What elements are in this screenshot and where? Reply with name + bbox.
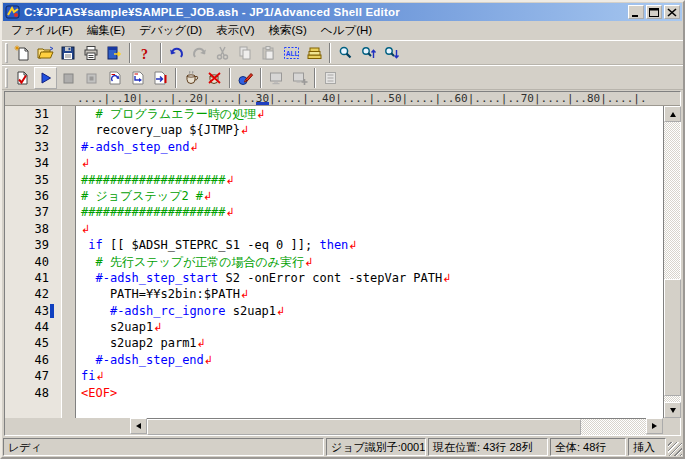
code-line-45[interactable]: 45 s2uap2 parm1↲ [5,335,663,351]
maximize-button[interactable] [646,5,662,19]
toolbar-separator [329,43,331,63]
hscroll-spacer [5,418,130,435]
toolbar-separator [175,68,177,88]
open-file-icon [37,45,54,61]
scroll-down-button[interactable] [664,402,681,418]
code-line-36[interactable]: 36# ジョブステップ2 #↲ [5,188,663,204]
close-button[interactable] [664,5,680,19]
menu-item-0[interactable]: ファイル(F) [4,21,80,41]
code-editor[interactable]: 31 # プログラムエラー時の処理↲32 recovery_uap ${JTMP… [5,106,663,418]
code-line-38[interactable]: 38↲ [5,221,663,237]
rerun-button[interactable] [103,67,126,89]
line-number[interactable]: 33 [5,139,49,155]
toolbar-grip[interactable] [5,43,8,63]
menu-item-4[interactable]: 検索(S) [262,21,314,41]
new-file-button[interactable] [11,42,34,64]
vertical-scrollbar[interactable] [663,106,680,418]
scrollbar-corner [663,418,680,435]
vertical-scroll-track[interactable] [664,122,680,402]
line-number[interactable]: 48 [5,385,49,401]
undo-button[interactable] [165,42,188,64]
menu-item-1[interactable]: 編集(E) [80,21,132,41]
minimize-icon [631,8,641,17]
line-number[interactable]: 37 [5,204,49,220]
code-line-41[interactable]: 41 #-adsh_step_start S2 -onError cont -s… [5,270,663,286]
find-button[interactable] [334,42,357,64]
run-to-cursor-button[interactable] [149,67,172,89]
reference-books-icon [306,45,323,61]
toolbar-grip[interactable] [5,68,8,88]
code-text-keyword: #-adsh_rc_ignore [110,304,226,318]
code-line-43[interactable]: 43 #-adsh_rc_ignore s2uap1↲ [5,303,663,319]
scroll-left-button[interactable] [130,418,147,434]
run-debug-button[interactable] [34,67,57,89]
help-button[interactable]: ? [134,42,157,64]
code-line-34[interactable]: 34↲ [5,155,663,171]
step-run-button[interactable] [126,67,149,89]
code-text-keyword: if [88,238,102,252]
line-number[interactable]: 31 [5,106,49,122]
code-line-31[interactable]: 31 # プログラムエラー時の処理↲ [5,106,663,122]
find-previous-button[interactable] [357,42,380,64]
line-number[interactable]: 45 [5,335,49,351]
code-line-46[interactable]: 46 #-adsh_step_end↲ [5,352,663,368]
line-number[interactable]: 38 [5,221,49,237]
menu-item-2[interactable]: デバッグ(D) [132,21,209,41]
scroll-right-button[interactable] [646,418,663,434]
breakpoint-edit-button[interactable] [234,67,257,89]
code-text-keyword: #-adsh_step_start [95,271,218,285]
line-return-mark: ↲ [442,272,451,285]
toolbar-separator [314,68,316,88]
line-number[interactable]: 36 [5,188,49,204]
horizontal-scrollbar[interactable] [5,418,680,435]
redo-button [188,42,211,64]
horizontal-scroll-thumb[interactable] [147,419,581,435]
find-next-button[interactable] [380,42,403,64]
save-file-button[interactable] [57,42,80,64]
line-return-mark: ↲ [81,157,90,170]
paste-button [257,42,280,64]
run-to-cursor-icon [152,70,169,86]
line-number[interactable]: 34 [5,155,49,171]
line-number[interactable]: 32 [5,122,49,138]
reference-books-button[interactable] [303,42,326,64]
syntax-check-button[interactable] [11,67,34,89]
code-line-33[interactable]: 33#-adsh_step_end↲ [5,139,663,155]
line-number[interactable]: 47 [5,368,49,384]
code-line-40[interactable]: 40 # 先行ステップが正常の場合のみ実行↲ [5,254,663,270]
line-number[interactable]: 35 [5,172,49,188]
scroll-right-icon [652,423,657,429]
print-button[interactable] [80,42,103,64]
line-number[interactable]: 44 [5,319,49,335]
open-file-button[interactable] [34,42,57,64]
coverage-button [319,67,342,89]
code-line-47[interactable]: 47fi↲ [5,368,663,384]
select-all-button[interactable]: ALL [280,42,303,64]
code-line-37[interactable]: 37####################↲ [5,204,663,220]
vertical-scroll-thumb[interactable] [664,279,681,397]
scroll-up-button[interactable] [664,106,681,122]
resize-grip[interactable] [668,442,682,456]
code-line-42[interactable]: 42 PATH=¥¥s2bin:$PATH↲ [5,286,663,302]
line-number[interactable]: 43 [5,303,49,319]
code-line-35[interactable]: 35####################↲ [5,172,663,188]
exit-editor-button[interactable] [103,42,126,64]
line-number[interactable]: 40 [5,254,49,270]
line-number[interactable]: 39 [5,237,49,253]
minimize-button[interactable] [628,5,644,19]
menu-item-5[interactable]: ヘルプ(H) [314,21,379,41]
code-line-32[interactable]: 32 recovery_uap ${JTMP}↲ [5,122,663,138]
find-previous-icon [360,45,377,61]
force-stop-button [80,67,103,89]
line-number[interactable]: 41 [5,270,49,286]
code-line-44[interactable]: 44 s2uap1↲ [5,319,663,335]
breakpoint-set-button[interactable] [180,67,203,89]
code-line-39[interactable]: 39 if [[ $ADSH_STEPRC_S1 -eq 0 ]]; then↲ [5,237,663,253]
menu-item-3[interactable]: 表示(V) [209,21,261,41]
horizontal-scroll-track[interactable] [147,418,646,435]
title-bar[interactable]: C:¥JP1AS¥sample¥SAMPLE_JOB.ash - JP1/Adv… [3,3,682,21]
breakpoint-delete-button[interactable] [203,67,226,89]
line-number[interactable]: 42 [5,286,49,302]
code-line-48[interactable]: 48<EOF> [5,385,663,401]
line-number[interactable]: 46 [5,352,49,368]
